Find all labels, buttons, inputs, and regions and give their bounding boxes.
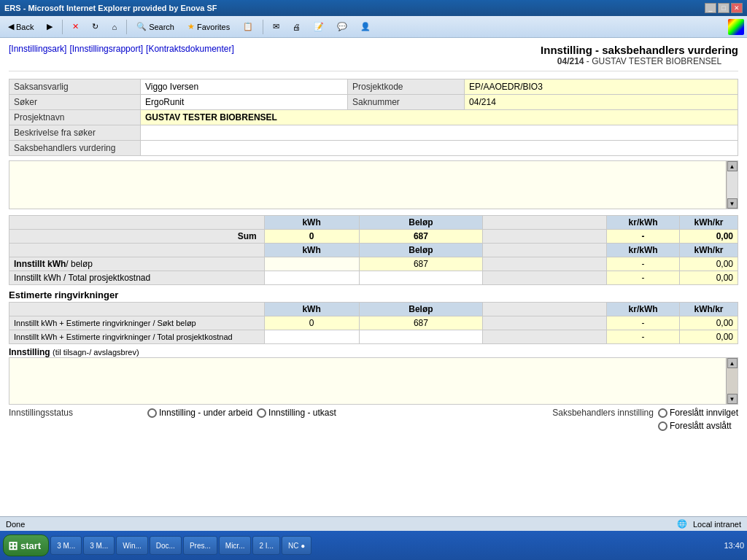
refresh-button[interactable]: ↻ bbox=[87, 20, 104, 34]
taskbar-item-6[interactable]: Micr... bbox=[219, 536, 252, 555]
back-button[interactable]: ◀ Back bbox=[3, 20, 39, 34]
start-button[interactable]: ⊞ start bbox=[3, 534, 49, 556]
radio-avslatt[interactable]: Foreslått avslått bbox=[658, 421, 738, 431]
innstilling-label: Innstilling bbox=[9, 347, 50, 357]
messenger-icon: 👤 bbox=[360, 22, 371, 31]
window-controls: _ □ ✕ bbox=[705, 3, 743, 13]
info-table: Saksansvarlig Viggo Iversen Prosjektkode… bbox=[9, 79, 738, 156]
est-header-kwhkr: kWh/kr bbox=[680, 303, 738, 316]
sum-kwh: 0 bbox=[264, 230, 359, 244]
beskrivelse-row: Beskrivelse fra søker bbox=[9, 125, 738, 141]
innstilt-kwh-kwhkr: 0,00 bbox=[680, 257, 738, 271]
status-text: Done bbox=[6, 520, 25, 529]
scroll-up-arrow[interactable]: ▲ bbox=[727, 161, 738, 171]
header-kwh-2: kWh bbox=[264, 244, 359, 257]
beskrivelse-value bbox=[141, 125, 738, 141]
start-label: start bbox=[20, 540, 41, 551]
saksbehandlers-textarea[interactable] bbox=[9, 161, 738, 209]
favorites-button[interactable]: ★ Favorites bbox=[182, 20, 235, 34]
header-kwhkr-2: kWh/kr bbox=[680, 244, 738, 257]
radio-btn-4[interactable] bbox=[658, 421, 667, 431]
messenger-button[interactable]: 👤 bbox=[355, 20, 376, 34]
search-button[interactable]: 🔍 Search bbox=[131, 20, 179, 34]
refresh-icon: ↻ bbox=[92, 22, 98, 31]
favorites-label: Favorites bbox=[197, 23, 230, 31]
taskbar-item-2[interactable]: 3 M... bbox=[83, 536, 115, 555]
header-krkwh-2: kr/kWh bbox=[607, 244, 680, 257]
main-data-table: kWh Beløp kr/kWh kWh/kr Sum 0 687 - 0,00… bbox=[9, 215, 738, 285]
discuss-button[interactable]: 💬 bbox=[332, 20, 352, 34]
taskbar-item-4[interactable]: Doc... bbox=[150, 536, 182, 555]
radio-btn-2[interactable] bbox=[257, 408, 266, 418]
close-button[interactable]: ✕ bbox=[731, 3, 743, 13]
innstillingsrapport-link[interactable]: [Innstillingsrapport] bbox=[69, 44, 143, 54]
sum-belop: 687 bbox=[359, 230, 483, 244]
taskbar-item-label-2: 3 M... bbox=[90, 542, 108, 550]
zone-text: Local intranet bbox=[693, 520, 741, 529]
saksbehandlers-textarea-section: ▲ ▼ bbox=[9, 160, 738, 209]
radio-label-4: Foreslått avslått bbox=[670, 421, 732, 431]
saknummer-value: 04/214 bbox=[465, 95, 738, 110]
innstilt-total-belop bbox=[359, 271, 483, 285]
discuss-icon: 💬 bbox=[337, 22, 347, 31]
radio-under-arbeid[interactable]: Innstilling - under arbeid bbox=[147, 408, 252, 418]
taskbar-item-7[interactable]: 2 I... bbox=[252, 536, 279, 555]
soker-label: Søker bbox=[9, 95, 141, 110]
edit-button[interactable]: 📝 bbox=[309, 20, 329, 34]
ie-toolbar: ◀ Back ▶ ✕ ↻ ⌂ 🔍 Search ★ Favorites 📋 ✉ … bbox=[0, 16, 747, 38]
minimize-button[interactable]: _ bbox=[705, 3, 716, 13]
taskbar-item-3[interactable]: Win... bbox=[116, 536, 148, 555]
kontraktsdokumenter-link[interactable]: [Kontraktsdokumenter] bbox=[146, 44, 234, 54]
innstilling-textarea-content[interactable] bbox=[9, 358, 738, 402]
innstillingsark-link[interactable]: [Innstillingsark] bbox=[9, 44, 66, 54]
radio-btn-1[interactable] bbox=[147, 408, 157, 418]
innstilling-sub: (til tilsagn-/ avslagsbrev) bbox=[53, 348, 139, 357]
page-title: Innstilling - saksbehandlers vurdering bbox=[541, 44, 738, 56]
total-empty bbox=[483, 330, 607, 344]
sum-krkwh: - bbox=[607, 230, 680, 244]
innstilling-scroll-down[interactable]: ▼ bbox=[727, 394, 738, 404]
saksbehandlers-label: Saksbehandlers vurdering bbox=[9, 141, 141, 156]
taskbar-item-8[interactable]: NC ● bbox=[282, 536, 311, 555]
home-button[interactable]: ⌂ bbox=[107, 20, 122, 34]
saksansvarlig-label: Saksansvarlig bbox=[9, 79, 141, 95]
innstilling-textarea[interactable]: ▲ ▼ bbox=[9, 357, 738, 405]
innstilt-total-label: Innstillt kWh / Total prosjektkostnad bbox=[9, 271, 265, 285]
maximize-button[interactable]: □ bbox=[718, 3, 729, 13]
innstilling-scroll-up[interactable]: ▲ bbox=[727, 358, 738, 368]
innstilt-kwh-row: Innstillt kWh/ beløp 687 - 0,00 bbox=[9, 257, 738, 271]
page-subtitle: 04/214 - GUSTAV TESTER BIOBRENSEL bbox=[541, 56, 738, 66]
sokt-krkwh: - bbox=[607, 316, 680, 330]
forward-icon: ▶ bbox=[47, 22, 53, 31]
total-kwhkr: 0,00 bbox=[680, 330, 738, 344]
sokt-label: Innstillt kWh + Estimerte ringvirkninger… bbox=[9, 316, 265, 330]
stop-button[interactable]: ✕ bbox=[67, 20, 84, 34]
saksbehandlers-innstilling-label: Saksbehandlers innstilling bbox=[552, 408, 654, 418]
content-area: [Innstillingsark] [Innstillingsrapport] … bbox=[0, 38, 747, 516]
soker-value: ErgoRunit bbox=[141, 95, 348, 110]
taskbar-item-1[interactable]: 3 M... bbox=[50, 536, 82, 555]
page-title-block: Innstilling - saksbehandlers vurdering 0… bbox=[541, 44, 738, 66]
taskbar-time: 13:40 bbox=[724, 541, 744, 550]
soker-row: Søker ErgoRunit Saknummer 04/214 bbox=[9, 95, 738, 110]
bottom-form: Innstillingsstatus Innstilling - under a… bbox=[9, 408, 738, 431]
print-button[interactable]: 🖨 bbox=[287, 20, 306, 34]
scroll-down-arrow[interactable]: ▼ bbox=[727, 198, 738, 209]
history-button[interactable]: 📋 bbox=[238, 20, 258, 34]
saksbehandlers-row: Saksbehandlers vurdering bbox=[9, 141, 738, 156]
radio-btn-3[interactable] bbox=[658, 408, 667, 418]
toolbar-separator-3 bbox=[263, 20, 263, 34]
beskrivelse-label: Beskrivelse fra søker bbox=[9, 125, 141, 141]
radio-innvilget[interactable]: Foreslått innvilget bbox=[658, 408, 738, 418]
radio-utkast[interactable]: Innstilling - utkast bbox=[257, 408, 336, 418]
est-header-kwh: kWh bbox=[264, 303, 359, 316]
innstilt-kwh-input[interactable] bbox=[264, 257, 359, 271]
star-icon: ★ bbox=[187, 22, 195, 31]
taskbar-item-5[interactable]: Pres... bbox=[183, 536, 217, 555]
page-links: [Innstillingsark] [Innstillingsrapport] … bbox=[9, 44, 234, 54]
sum-kwhkr: 0,00 bbox=[680, 230, 738, 244]
mail-button[interactable]: ✉ bbox=[268, 20, 285, 34]
header-belop-1: Beløp bbox=[359, 216, 483, 230]
forward-button[interactable]: ▶ bbox=[42, 20, 58, 34]
prosjektkode-value: EP/AAOEDR/BIO3 bbox=[465, 79, 738, 95]
